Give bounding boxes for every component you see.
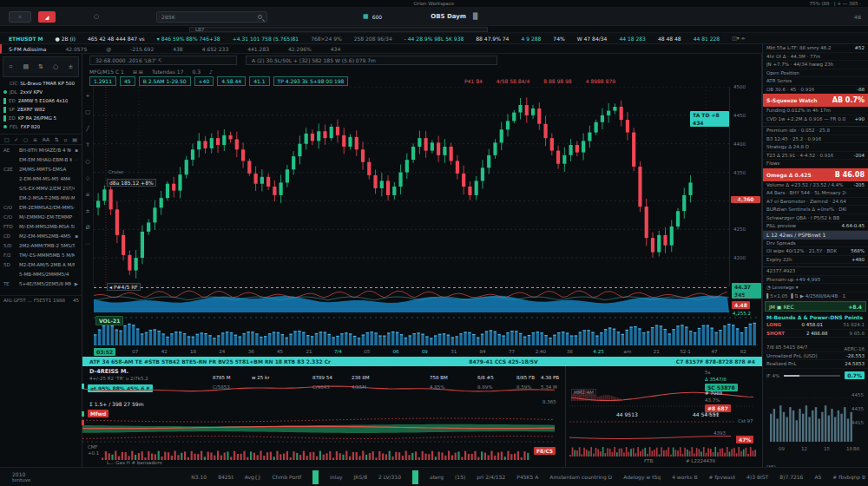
workspace-selector[interactable]: OBS Daym ▐▌ bbox=[431, 13, 480, 20]
sidebar-small-icon[interactable]: ✓ bbox=[14, 136, 18, 142]
info-row[interactable]: BURdian Sentinels Δ +0ne% · DKDk bbox=[763, 206, 868, 214]
list-item[interactable]: EM-2-MSA-T-2MB-MW-MM/MM-E bbox=[0, 193, 82, 202]
statusbar-item[interactable]: P45K5 A bbox=[516, 474, 538, 480]
info-row[interactable]: A7 el Barometer · Zwmnd · 24.64 bbox=[763, 198, 868, 207]
info-row[interactable]: OI wipe 40/12% · 21.5Y · BDK568% bbox=[763, 247, 868, 256]
statusbar-item[interactable]: inlay bbox=[330, 474, 342, 480]
draw-tool-icon[interactable]: ± bbox=[85, 207, 89, 213]
order-entry-box[interactable]: 41.1 bbox=[249, 76, 269, 86]
info-row[interactable]: ▌5×1.05 ▐ ⇅ ▶ 4/2568/8A/4B · 11 · BB bbox=[763, 292, 868, 301]
info-row[interactable]: JN +7.7% · 44/34 hwwg 23h bbox=[763, 61, 868, 69]
list-item[interactable]: TE5+4E/5M5/2EM5/8 MM4▶ bbox=[0, 279, 82, 288]
list-item[interactable]: 5DM2-EM-AM/5-2MB A M/M2 bbox=[0, 259, 82, 269]
list-item[interactable]: S/S-EX-MMV-2/EM 2ST/4M bbox=[0, 183, 82, 193]
time-axis[interactable]: 03:52 074218243645217/40506093184772:403… bbox=[94, 346, 758, 357]
bottom-right-indicator-panel[interactable]: 5sΔ 3547/8SC 53878# 708843.7%#8 68758 9#… bbox=[566, 366, 762, 467]
symbol-info-box[interactable]: 32-68.0000 .2016 'LB7' ↸ bbox=[89, 56, 237, 65]
order-entry-box[interactable]: 4.58.44 bbox=[217, 76, 246, 86]
price-axis[interactable]: 4,360 45004450440043504300425042004150 bbox=[729, 87, 762, 286]
search-input[interactable]: 2B5K bbox=[156, 11, 267, 23]
list-item[interactable]: C/OM/-EMMM2-EM-TEMMP bbox=[0, 212, 82, 221]
draw-tool-icon[interactable]: □ bbox=[85, 108, 90, 115]
info-row[interactable]: Strategy Δ 24.8 D bbox=[763, 143, 868, 152]
list-item[interactable]: EM-EM MHAU-EBM-B KS-MNEZ◦ bbox=[0, 154, 82, 164]
list-item[interactable]: FTDM/-EM-MMS2MB-MSA 5MM2 bbox=[0, 221, 82, 231]
draw-tool-icon[interactable]: ◇ bbox=[86, 174, 90, 181]
watchlist-row[interactable]: FELFXP 820 bbox=[0, 122, 82, 131]
watchlist-row[interactable]: ED2AMW 5 E10A6 4x10 bbox=[0, 96, 82, 105]
sidebar-small-icon[interactable]: □ bbox=[4, 136, 10, 142]
statusbar-item[interactable]: aterg bbox=[430, 474, 444, 480]
sidebar-tool-button[interactable]: ± bbox=[64, 60, 76, 74]
sidebar-small-icon[interactable]: AA bbox=[43, 136, 49, 142]
watchlist-row[interactable]: SP2BXRF W82 bbox=[0, 105, 82, 114]
draw-tool-icon[interactable]: ○ bbox=[85, 158, 89, 164]
info-row[interactable]: P&L preview4.64-0.45 bbox=[763, 222, 868, 231]
statusbar-item[interactable]: prl 2/4/152 bbox=[477, 474, 505, 480]
draw-tool-icon[interactable]: T bbox=[86, 141, 89, 148]
sidebar-small-icon[interactable]: ≡ bbox=[33, 136, 37, 142]
chart-label-2[interactable]: d8a 185.12 +8% bbox=[107, 179, 156, 187]
sidebar-small-icon[interactable]: ○ bbox=[23, 136, 28, 142]
draw-tool-icon[interactable]: ╱ bbox=[86, 125, 89, 131]
info-row[interactable]: ◔ Leverage ▾ bbox=[763, 284, 868, 292]
statusbar-item[interactable]: 2 LV/310 bbox=[378, 474, 401, 480]
list-item[interactable]: 5/D2M2-AMM/TMB-2 5MS/5 bbox=[0, 240, 82, 250]
sidebar-small-icon[interactable]: ▤ bbox=[72, 136, 77, 142]
order-entry-box[interactable]: TP 4.293 3k 5+98 00 198 bbox=[273, 76, 349, 86]
info-row[interactable]: A4 Bars · BHY 544 · 5L Mmsary 246 bbox=[763, 189, 868, 198]
record-button[interactable]: ◢ bbox=[38, 11, 56, 23]
position-row[interactable]: S-FM Adissima42.0575@-215.6924384.652 23… bbox=[0, 44, 762, 54]
volume-badge[interactable]: VOL-21 bbox=[95, 316, 123, 325]
alert-banner[interactable]: Omega Δ 0.425B 46.08 bbox=[763, 168, 868, 181]
list-item[interactable]: C/OEM-2EMMSA2/EM-MMS-TEMS/2 bbox=[0, 202, 82, 212]
position-side-row[interactable]: LONG0 458.0151 824.1 bbox=[763, 321, 868, 330]
order-entry-box[interactable]: B 2.5AM 1-29.50 bbox=[139, 76, 191, 86]
info-row[interactable]: Open Position bbox=[763, 69, 868, 78]
sidebar-small-icon[interactable]: ▫ bbox=[64, 136, 68, 142]
list-item[interactable]: CDM2-EM-MMS2MB-4M5-4MG▪ bbox=[0, 231, 82, 240]
statusbar-item[interactable]: # fbvbqnp B bbox=[832, 474, 865, 480]
sidebar-tool-button[interactable]: ○ bbox=[49, 60, 62, 74]
session-info-box[interactable]: A (2) 30.5L/50L + [32] 582 185 W (5.6) 0… bbox=[246, 56, 497, 65]
chart-toolbar-item[interactable]: ♪ bbox=[209, 69, 213, 75]
watchlist-row[interactable]: JDL2xxV KPV bbox=[0, 88, 82, 96]
list-item[interactable]: 2-EM-MM-MS-M5 4M4 bbox=[0, 174, 82, 183]
overlay-indicator-band[interactable]: ◂ P#4/5 RF bbox=[94, 286, 729, 312]
statusbar-item[interactable]: Amsterdam countring D bbox=[549, 474, 612, 480]
list-item[interactable]: C2E2M/MS-MMTS-EMSA bbox=[0, 164, 82, 174]
info-row[interactable]: 42377.4923 bbox=[763, 267, 868, 276]
info-row[interactable]: Unrealized PnL (USD)-28.553 bbox=[763, 352, 868, 361]
info-row[interactable]: 4hr OI Δ · 44.3M · 77m bbox=[763, 53, 868, 62]
statusbar-item[interactable]: # fpvwast bbox=[709, 474, 735, 480]
info-row[interactable]: OB 30.6 · 45 · 0.916-88 bbox=[763, 86, 868, 95]
connection-status[interactable]: ▦ 600 bbox=[363, 13, 382, 20]
draw-tool-icon[interactable]: Ø bbox=[86, 224, 90, 230]
chart-toolbar-item[interactable]: 0.3 bbox=[192, 69, 201, 75]
info-row[interactable]: Expiry 22h+480 bbox=[763, 256, 868, 265]
position-side-row[interactable]: SHORT2 488.889 85.8 bbox=[763, 330, 868, 338]
statusbar-item[interactable]: 8425t bbox=[218, 474, 233, 480]
bottom-left-indicator-panel[interactable]: D-4REISS M. 4+/-25 R2 'TR' u 2/7k5.2 at … bbox=[82, 366, 566, 467]
layout-button[interactable]: ⌗ bbox=[9, 11, 31, 23]
sidebar-tool-button[interactable]: ⇅ bbox=[35, 60, 47, 74]
list-item[interactable]: AEBH-8TH MHAZE/B 4 NG-RMD▪ bbox=[0, 145, 82, 154]
info-row[interactable]: Realized PnL24.5853 bbox=[763, 360, 868, 369]
watchlist-row[interactable]: EDKP RA 26/PMG 5 bbox=[0, 114, 82, 122]
statusbar-item[interactable]: 4 works B bbox=[672, 474, 697, 480]
statusbar-item[interactable]: A5 bbox=[814, 474, 821, 480]
draw-tool-icon[interactable]: ⋯ bbox=[85, 240, 90, 246]
alert-banner[interactable]: S-Squeeze WatchAB 0.7% bbox=[763, 94, 868, 107]
success-row[interactable]: JM ▣ REC+8.4 bbox=[765, 301, 866, 312]
watchlist-row[interactable]: CICSL-Bravo TMAR KP 500 bbox=[0, 79, 82, 88]
statusbar-item[interactable]: (15) bbox=[455, 474, 465, 480]
statusbar-item[interactable]: Adelogy w t5q bbox=[623, 474, 661, 480]
draw-tool-icon[interactable]: + bbox=[85, 92, 89, 98]
order-entry-box[interactable]: 1.2911 bbox=[89, 76, 116, 86]
statusbar-item[interactable]: N3.10 bbox=[191, 474, 207, 480]
info-row[interactable]: Phenom-up +49 4,995 bbox=[763, 276, 868, 285]
statusbar-item[interactable]: 4)3 BIST bbox=[746, 474, 768, 480]
info-row[interactable]: T23 Δ 25.91 · 4-4.52 · 0.916-204 bbox=[763, 152, 868, 161]
chart-toolbar-item[interactable]: ⊞ ⊞ bbox=[133, 69, 143, 75]
draw-tool-icon[interactable]: ≡ bbox=[85, 191, 89, 197]
